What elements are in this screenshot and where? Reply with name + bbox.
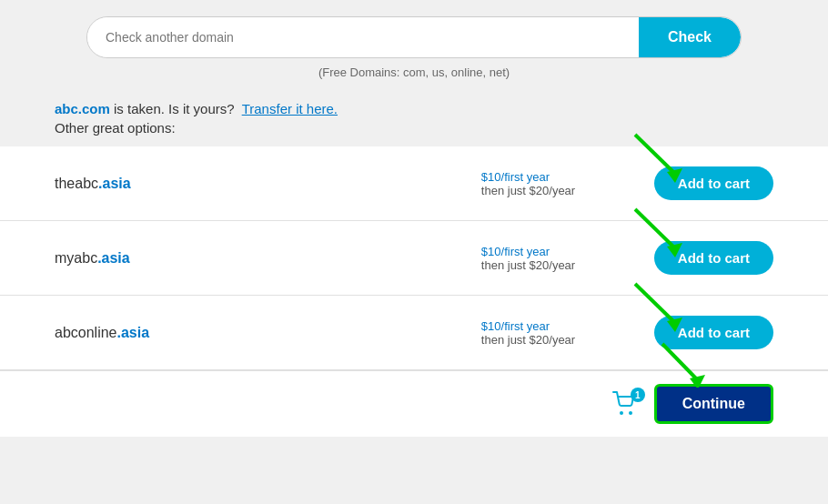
domain-name-cell: theabc.asia <box>55 176 481 192</box>
svg-line-6 <box>662 344 696 378</box>
svg-point-9 <box>629 411 632 415</box>
svg-point-8 <box>620 411 623 415</box>
price-first-year: $10/first year <box>481 319 550 333</box>
price-cell: $10/first year then just $20/year <box>481 170 600 197</box>
search-bar: Check <box>86 16 742 58</box>
domain-search-input[interactable] <box>87 17 639 57</box>
taken-text: abc.com is taken. Is it yours? Transfer … <box>55 101 773 116</box>
price-renewal: then just $20/year <box>481 184 575 197</box>
check-button[interactable]: Check <box>639 17 741 57</box>
domain-base: theabc <box>55 176 98 191</box>
green-arrow-icon <box>626 130 690 183</box>
svg-line-0 <box>635 135 673 172</box>
domain-tld: .asia <box>97 250 130 266</box>
cart-icon-wrapper[interactable]: 1 <box>612 391 640 417</box>
price-renewal: then just $20/year <box>481 333 575 347</box>
domain-row: myabc.asia $10/first year then just $20/… <box>0 221 828 296</box>
taken-notice: abc.com is taken. Is it yours? Transfer … <box>0 88 828 146</box>
transfer-link[interactable]: Transfer it here. <box>242 101 338 116</box>
domain-base: myabc <box>55 250 97 266</box>
svg-line-4 <box>635 284 673 321</box>
price-first-year: $10/first year <box>481 245 550 258</box>
cart-badge: 1 <box>631 388 645 402</box>
green-arrow-icon <box>655 340 710 388</box>
price-renewal: then just $20/year <box>481 258 575 272</box>
continue-button[interactable]: Continue <box>654 384 773 424</box>
price-cell: $10/first year then just $20/year <box>481 245 600 272</box>
green-arrow-icon <box>626 205 690 257</box>
free-domains-hint: (Free Domains: com, us, online, net) <box>318 66 510 79</box>
taken-domain-name: abc.com <box>55 101 110 116</box>
domain-tld: .asia <box>117 325 150 340</box>
price-cell: $10/first year then just $20/year <box>481 319 600 347</box>
footer-row: 1 Continue <box>0 370 828 437</box>
price-first-year: $10/first year <box>481 170 550 184</box>
taken-message: is taken. Is it yours? <box>114 101 235 116</box>
domain-name-cell: myabc.asia <box>55 250 481 267</box>
green-arrow-icon <box>626 279 690 332</box>
svg-line-2 <box>635 209 673 247</box>
domain-row: theabc.asia $10/first year then just $20… <box>0 146 828 221</box>
search-section: Check (Free Domains: com, us, online, ne… <box>0 0 828 88</box>
domain-base: abconline <box>55 325 117 340</box>
domain-list: theabc.asia $10/first year then just $20… <box>0 146 828 437</box>
domain-tld: .asia <box>98 176 131 191</box>
domain-name-cell: abconline.asia <box>55 325 481 341</box>
